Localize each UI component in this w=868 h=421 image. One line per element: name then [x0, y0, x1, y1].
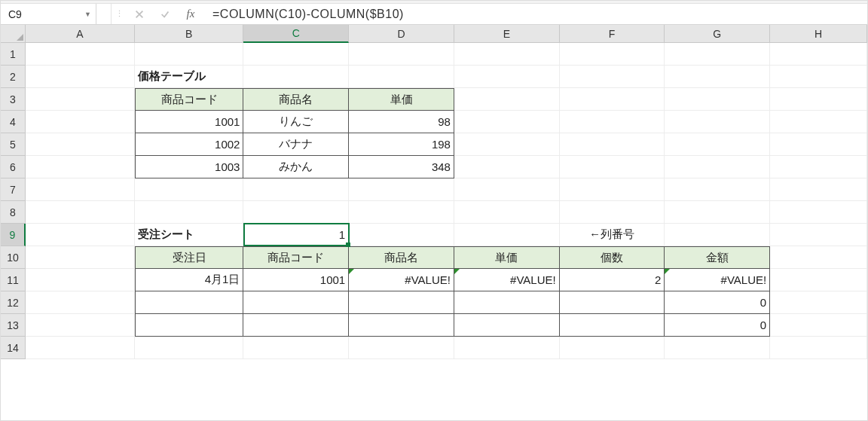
- cell-G11[interactable]: #VALUE!: [665, 269, 770, 291]
- cell-D3[interactable]: 単価: [349, 88, 454, 111]
- cell-D1[interactable]: [349, 43, 454, 66]
- cell-F5[interactable]: [560, 133, 665, 156]
- col-header-H[interactable]: H: [770, 25, 867, 43]
- cell-F7[interactable]: [560, 178, 665, 201]
- row-header-5[interactable]: 5: [1, 133, 26, 156]
- cell-B2[interactable]: 価格テーブル: [135, 66, 244, 88]
- cell-H5[interactable]: [770, 133, 867, 156]
- cell-C10[interactable]: 商品コード: [243, 246, 349, 269]
- cell-G1[interactable]: [665, 43, 770, 66]
- row-header-8[interactable]: 8: [1, 201, 26, 224]
- cell-F2[interactable]: [560, 66, 665, 88]
- fx-icon[interactable]: fx: [178, 4, 203, 24]
- cell-H13[interactable]: [770, 314, 867, 337]
- cell-D5[interactable]: 198: [349, 133, 454, 156]
- cell-B7[interactable]: [135, 178, 244, 201]
- cell-B14[interactable]: [135, 337, 244, 359]
- cell-A6[interactable]: [26, 156, 135, 178]
- cell-F4[interactable]: [560, 111, 665, 133]
- cell-F8[interactable]: [560, 201, 665, 224]
- name-box-dropdown-icon[interactable]: ▼: [80, 11, 96, 18]
- cell-C8[interactable]: [243, 201, 349, 224]
- cell-D10[interactable]: 商品名: [349, 246, 454, 269]
- cell-G13[interactable]: 0: [665, 314, 770, 337]
- cell-A5[interactable]: [26, 133, 135, 156]
- formula-input[interactable]: =COLUMN(C10)-COLUMN($B10): [203, 4, 867, 24]
- cell-A4[interactable]: [26, 111, 135, 133]
- row-header-2[interactable]: 2: [1, 66, 26, 88]
- cell-B1[interactable]: [135, 43, 244, 66]
- cell-B11[interactable]: 4月1日: [135, 269, 244, 291]
- cell-G8[interactable]: [665, 201, 770, 224]
- row-header-4[interactable]: 4: [1, 111, 26, 133]
- cell-F1[interactable]: [560, 43, 665, 66]
- cell-B8[interactable]: [135, 201, 244, 224]
- col-header-E[interactable]: E: [454, 25, 560, 43]
- cell-A9[interactable]: [26, 224, 135, 246]
- row-header-7[interactable]: 7: [1, 178, 26, 201]
- cell-H3[interactable]: [770, 88, 867, 111]
- col-header-F[interactable]: F: [560, 25, 665, 43]
- cell-D12[interactable]: [349, 291, 454, 314]
- cell-D7[interactable]: [349, 178, 454, 201]
- cell-C4[interactable]: りんご: [243, 111, 349, 133]
- cell-G2[interactable]: [665, 66, 770, 88]
- cell-E8[interactable]: [454, 201, 560, 224]
- cell-D13[interactable]: [349, 314, 454, 337]
- cell-C13[interactable]: [243, 314, 349, 337]
- cell-E7[interactable]: [454, 178, 560, 201]
- row-header-3[interactable]: 3: [1, 88, 26, 111]
- cell-E13[interactable]: [454, 314, 560, 337]
- cell-A8[interactable]: [26, 201, 135, 224]
- cell-B4[interactable]: 1001: [135, 111, 244, 133]
- cell-E6[interactable]: [454, 156, 560, 178]
- cell-G4[interactable]: [665, 111, 770, 133]
- cell-E11[interactable]: #VALUE!: [454, 269, 560, 291]
- cell-A14[interactable]: [26, 337, 135, 359]
- cell-H11[interactable]: [770, 269, 867, 291]
- cell-A2[interactable]: [26, 66, 135, 88]
- cell-A3[interactable]: [26, 88, 135, 111]
- cell-C1[interactable]: [243, 43, 349, 66]
- cell-G10[interactable]: 金額: [665, 246, 770, 269]
- cell-E5[interactable]: [454, 133, 560, 156]
- cell-H6[interactable]: [770, 156, 867, 178]
- cell-G6[interactable]: [665, 156, 770, 178]
- cell-C9[interactable]: 1: [243, 224, 349, 246]
- cell-D14[interactable]: [349, 337, 454, 359]
- col-header-G[interactable]: G: [665, 25, 770, 43]
- row-header-11[interactable]: 11: [1, 269, 26, 291]
- formula-bar-expand-icon[interactable]: ⋮: [112, 4, 127, 24]
- row-header-13[interactable]: 13: [1, 314, 26, 337]
- row-header-1[interactable]: 1: [1, 43, 26, 66]
- cell-F6[interactable]: [560, 156, 665, 178]
- cell-B3[interactable]: 商品コード: [135, 88, 244, 111]
- cell-F9[interactable]: ←列番号: [560, 224, 665, 246]
- cell-C7[interactable]: [243, 178, 349, 201]
- name-box[interactable]: C9 ▼: [1, 4, 96, 24]
- cell-C11[interactable]: 1001: [243, 269, 349, 291]
- cell-H12[interactable]: [770, 291, 867, 314]
- cell-F3[interactable]: [560, 88, 665, 111]
- cell-E4[interactable]: [454, 111, 560, 133]
- cell-C6[interactable]: みかん: [243, 156, 349, 178]
- cell-F12[interactable]: [560, 291, 665, 314]
- cell-E14[interactable]: [454, 337, 560, 359]
- cell-A7[interactable]: [26, 178, 135, 201]
- cell-F14[interactable]: [560, 337, 665, 359]
- col-header-D[interactable]: D: [349, 25, 454, 43]
- accept-formula-button[interactable]: [152, 4, 178, 24]
- select-all-button[interactable]: [1, 25, 26, 43]
- cell-F13[interactable]: [560, 314, 665, 337]
- cell-C12[interactable]: [243, 291, 349, 314]
- cell-D6[interactable]: 348: [349, 156, 454, 178]
- cell-D9[interactable]: [349, 224, 454, 246]
- cell-D2[interactable]: [349, 66, 454, 88]
- row-header-6[interactable]: 6: [1, 156, 26, 178]
- cell-E12[interactable]: [454, 291, 560, 314]
- cell-A13[interactable]: [26, 314, 135, 337]
- cell-D4[interactable]: 98: [349, 111, 454, 133]
- cell-E2[interactable]: [454, 66, 560, 88]
- col-header-C[interactable]: C: [243, 25, 349, 43]
- cell-B12[interactable]: [135, 291, 244, 314]
